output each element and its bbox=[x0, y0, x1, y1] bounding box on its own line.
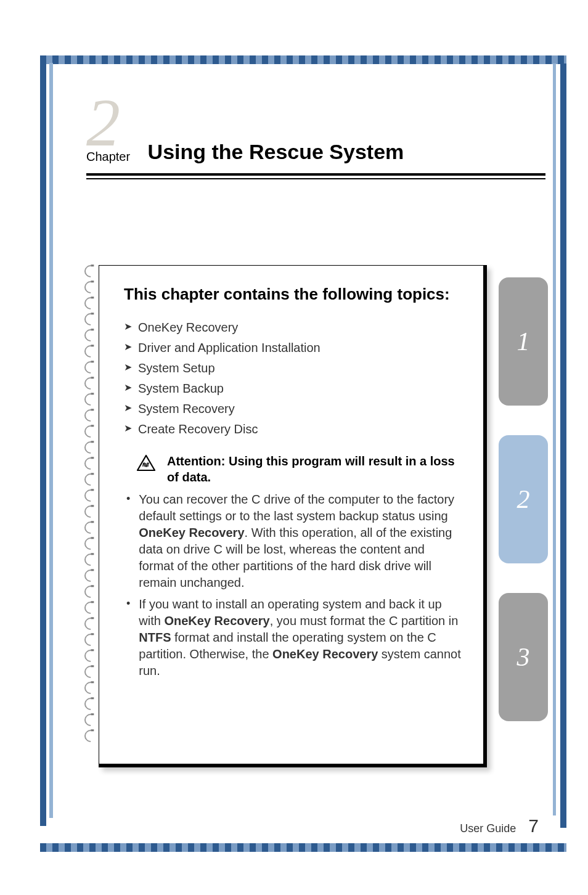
chapter-number: 2 bbox=[86, 96, 130, 150]
tab-number: 1 bbox=[517, 327, 530, 356]
side-tab-3: 3 bbox=[499, 593, 548, 721]
topic-item: ➤Create Recovery Disc bbox=[124, 419, 462, 439]
svg-marker-0 bbox=[137, 456, 155, 470]
chapter-number-block: 2 Chapter bbox=[86, 96, 130, 164]
bullet-text: You can recover the C drive of the compu… bbox=[139, 491, 462, 591]
warning-icon bbox=[136, 454, 156, 474]
topic-item: ➤Driver and Application Installation bbox=[124, 338, 462, 358]
page-title: Using the Rescue System bbox=[148, 140, 404, 164]
topic-text: Driver and Application Installation bbox=[138, 341, 321, 355]
chapter-label: Chapter bbox=[86, 150, 130, 164]
bullet-list: • You can recover the C drive of the com… bbox=[124, 491, 462, 679]
attention-block: Attention: Using this program will resul… bbox=[124, 453, 462, 485]
side-tab-2: 2 bbox=[499, 435, 548, 563]
footer: User Guide 7 bbox=[460, 815, 539, 836]
chapter-header: 2 Chapter Using the Rescue System bbox=[86, 96, 549, 179]
bullet-item: • If you want to install an operating sy… bbox=[124, 596, 462, 679]
topic-text: Create Recovery Disc bbox=[138, 422, 258, 436]
arrow-icon: ➤ bbox=[124, 382, 132, 393]
topic-item: ➤System Backup bbox=[124, 378, 462, 399]
bullet-icon: • bbox=[126, 596, 130, 679]
topic-item: ➤System Recovery bbox=[124, 399, 462, 419]
tab-number: 2 bbox=[517, 484, 530, 514]
topic-item: ➤OneKey Recovery bbox=[124, 317, 462, 338]
bullet-item: • You can recover the C drive of the com… bbox=[124, 491, 462, 591]
arrow-icon: ➤ bbox=[124, 321, 132, 332]
bullet-text: If you want to install an operating syst… bbox=[139, 596, 462, 679]
topic-list: ➤OneKey Recovery ➤Driver and Application… bbox=[124, 317, 462, 439]
footer-label: User Guide bbox=[460, 822, 516, 835]
arrow-icon: ➤ bbox=[124, 341, 132, 353]
attention-text: Attention: Using this program will resul… bbox=[162, 453, 462, 485]
topic-text: System Backup bbox=[138, 382, 224, 396]
decorative-bottom-border bbox=[40, 843, 566, 852]
topic-item: ➤System Setup bbox=[124, 358, 462, 378]
decorative-left-border bbox=[40, 55, 46, 826]
header-divider bbox=[86, 173, 545, 179]
topic-text: OneKey Recovery bbox=[138, 321, 238, 335]
side-tab-1: 1 bbox=[499, 277, 548, 406]
section-heading: This chapter contains the following topi… bbox=[124, 284, 462, 305]
decorative-right-border bbox=[560, 63, 566, 828]
topic-text: System Recovery bbox=[138, 402, 235, 416]
side-tabs: 1 2 3 bbox=[499, 277, 548, 751]
decorative-left-border-inner bbox=[49, 63, 53, 818]
bullet-icon: • bbox=[126, 491, 130, 591]
content-box: This chapter contains the following topi… bbox=[99, 265, 487, 767]
arrow-icon: ➤ bbox=[124, 422, 132, 434]
page-number: 7 bbox=[528, 815, 539, 836]
topic-text: System Setup bbox=[138, 361, 215, 375]
arrow-icon: ➤ bbox=[124, 402, 132, 414]
decorative-top-border bbox=[40, 55, 566, 64]
decorative-right-border-inner bbox=[553, 63, 556, 815]
tab-number: 3 bbox=[517, 642, 530, 672]
arrow-icon: ➤ bbox=[124, 361, 132, 373]
